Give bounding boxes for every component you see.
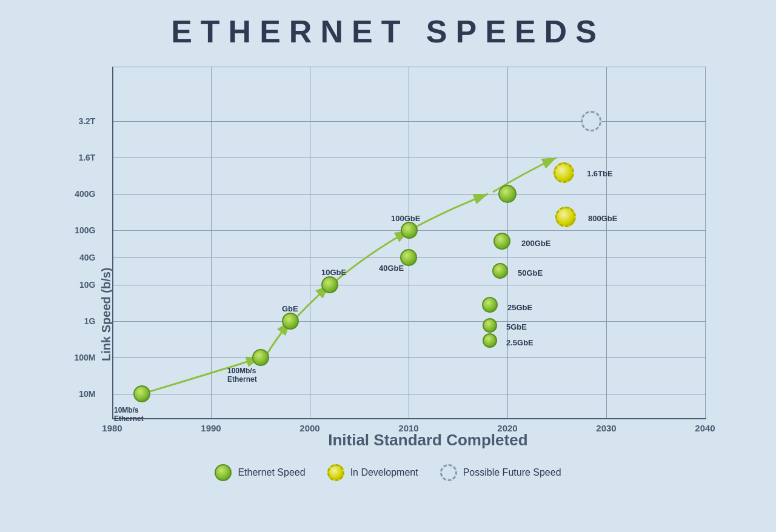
xtick-2000: 2000	[299, 423, 319, 433]
label-2-5gbe: 2.5GbE	[506, 338, 534, 347]
label-1-6tbe: 1.6TbE	[587, 169, 613, 178]
chart-curve-svg	[112, 67, 706, 418]
grid-v-2000	[310, 67, 310, 418]
label-100mbs: 100Mb/sEthernet	[227, 367, 257, 384]
point-200gbe	[493, 233, 510, 250]
page-title: ETHERNET SPEEDS	[171, 13, 605, 50]
ytick-10g: 10G	[79, 280, 95, 290]
grid-h-100m	[112, 357, 706, 358]
grid-h-top	[112, 67, 706, 67]
label-10gbe: 10GbE	[321, 268, 346, 277]
grid-h-10g	[112, 285, 706, 285]
grid-v-2010	[409, 67, 409, 418]
point-10gbe	[321, 276, 338, 293]
label-200gbe: 200GbE	[521, 239, 550, 248]
point-100mbs	[252, 349, 269, 366]
xtick-1980: 1980	[102, 423, 122, 433]
ytick-400g: 400G	[75, 189, 95, 199]
xtick-1990: 1990	[201, 423, 221, 433]
y-axis-label: Link Speed (b/s)	[99, 268, 113, 361]
legend-dot-green	[215, 464, 232, 481]
grid-v-1990	[211, 67, 212, 418]
legend-label-green: Ethernet Speed	[238, 467, 305, 478]
ytick-40g: 40G	[79, 253, 95, 262]
label-10mbs: 10Mb/sEthernet	[114, 406, 144, 423]
point-10mbs	[133, 385, 150, 402]
grid-h-10m	[112, 394, 706, 394]
point-future	[581, 111, 601, 131]
label-5gbe: 5GbE	[506, 322, 527, 331]
point-25gbe	[482, 297, 498, 313]
xtick-2040: 2040	[695, 423, 715, 433]
ytick-1-6t: 1.6T	[78, 153, 95, 162]
point-5gbe	[483, 318, 497, 333]
legend-item-green: Ethernet Speed	[215, 464, 305, 481]
chart-wrapper: Link Speed (b/s)	[55, 61, 721, 461]
legend-label-white: Possible Future Speed	[463, 467, 561, 478]
point-50gbe	[492, 263, 508, 279]
chart-area: 10M 100M 1G 10G 40G 100G 400G 1.6T 3.2T …	[112, 67, 706, 418]
page-container: ETHERNET SPEEDS Link Speed (b/s)	[0, 0, 776, 532]
label-800gbe: 800GbE	[588, 214, 617, 223]
ytick-100g: 100G	[75, 225, 95, 235]
grid-h-1g	[112, 321, 706, 322]
ytick-3-2t: 3.2T	[78, 116, 95, 126]
ytick-10m: 10M	[79, 389, 95, 399]
grid-v-2040	[705, 67, 706, 418]
label-100gbe: 100GbE	[391, 214, 420, 223]
x-axis-label: Initial Standard Completed	[328, 431, 527, 450]
legend: Ethernet Speed In Development Possible F…	[215, 464, 561, 481]
grid-h-400g	[112, 194, 706, 195]
grid-v-2030	[606, 67, 607, 418]
point-400gbe	[498, 185, 517, 203]
point-gbe	[282, 313, 299, 330]
label-40gbe: 40GbE	[379, 264, 404, 273]
grid-h-1-6t	[112, 158, 706, 158]
grid-h-bottom	[112, 418, 706, 419]
ytick-100m: 100M	[74, 353, 95, 362]
ytick-1g: 1G	[84, 316, 96, 326]
label-25gbe: 25GbE	[507, 303, 532, 312]
legend-item-white: Possible Future Speed	[440, 464, 561, 481]
grid-v-1980	[112, 67, 113, 418]
legend-item-yellow: In Development	[327, 464, 418, 481]
label-gbe: GbE	[282, 304, 298, 313]
point-2-5gbe	[483, 333, 497, 348]
legend-dot-yellow	[327, 464, 344, 481]
legend-label-yellow: In Development	[350, 467, 418, 478]
point-1-6tbe	[554, 162, 574, 183]
xtick-2030: 2030	[596, 423, 616, 433]
point-800gbe	[555, 207, 576, 227]
label-50gbe: 50GbE	[518, 268, 543, 278]
point-100gbe	[401, 222, 418, 239]
grid-h-3-2t	[112, 121, 706, 122]
legend-dot-white	[440, 464, 457, 481]
